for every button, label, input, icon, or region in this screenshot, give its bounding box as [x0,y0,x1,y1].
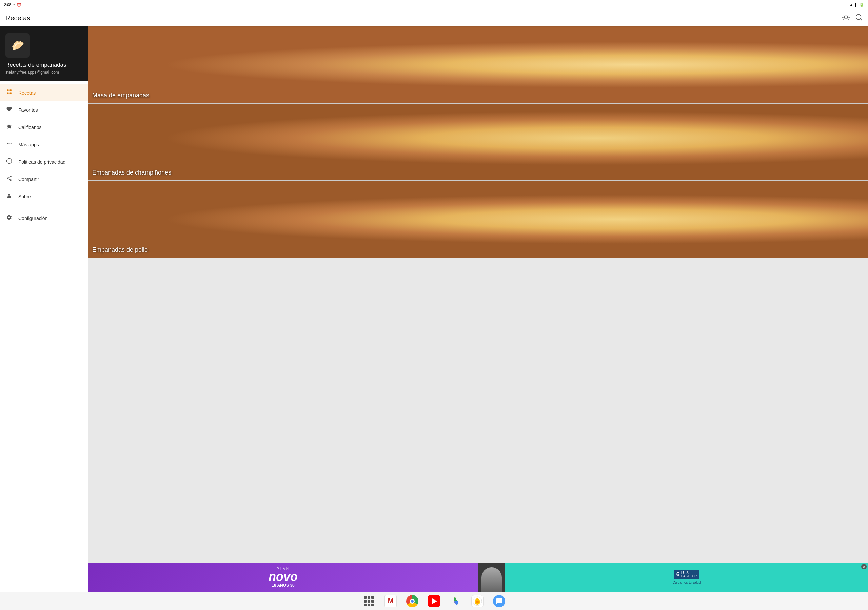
drawer-app-name: Recetas de empanadas [5,62,82,68]
nav-item-sobre[interactable]: Sobre... [0,188,88,205]
recipe-card-2[interactable]: Empanadas de champiñones [88,104,434,181]
heart-icon [5,106,13,114]
nav-item-mas-apps[interactable]: Más apps [0,136,88,153]
star-icon [5,123,13,131]
info-icon [5,158,13,166]
recipe-card-3[interactable]: Empanadas de pollo [88,181,434,258]
share-icon [5,175,13,183]
page-title: Recetas [5,14,434,22]
drawer-header: 🥟 Recetas de empanadas stefany.free.apps… [0,26,88,81]
sim-icon: ▪ [13,3,15,7]
gear-icon [5,214,13,222]
nav-label-favoritos: Favoritos [18,107,38,113]
person-icon [5,192,13,200]
time-display: 2:08 [4,3,11,7]
content-area[interactable]: Masa de empanadas Empanadas de champiñon… [88,26,434,305]
nav-item-configuracion[interactable]: Configuración [0,209,88,227]
svg-point-14 [7,178,8,179]
svg-rect-5 [7,93,8,94]
nav-item-calificanos[interactable]: Calificanos [0,119,88,136]
status-bar: 2:08 ▪ ⏰ ▲ ▌ 🔋 [0,0,434,9]
app-logo: 🥟 [5,33,30,57]
svg-point-18 [8,194,10,195]
nav-item-favoritos[interactable]: Favoritos [0,101,88,119]
nav-label-sobre: Sobre... [18,194,35,199]
svg-rect-4 [10,90,11,91]
recipe-label-1: Masa de empanadas [92,92,149,99]
nav-label-mas-apps: Más apps [18,142,39,147]
svg-point-7 [7,143,8,144]
recipe-label-3: Empanadas de pollo [92,246,148,254]
drawer-email: stefany.free.apps@gmail.com [5,70,82,74]
nav-label-recetas: Recetas [18,90,36,96]
svg-rect-6 [10,93,11,94]
nav-item-compartir[interactable]: Compartir [0,170,88,188]
svg-point-8 [9,143,10,144]
recipe-label-2: Empanadas de champiñones [92,169,171,176]
nav-item-recetas[interactable]: Recetas [0,84,88,101]
nav-item-privacidad[interactable]: Politicas de privacidad [0,153,88,170]
svg-line-16 [8,179,10,180]
svg-point-15 [10,179,11,181]
drawer-nav: Recetas Favoritos Calificanos [0,81,88,305]
svg-rect-3 [7,90,8,91]
nav-drawer: 🥟 Recetas de empanadas stefany.free.apps… [0,26,88,305]
nav-label-calificanos: Calificanos [18,125,41,130]
nav-label-configuracion: Configuración [18,215,48,221]
svg-point-9 [11,143,11,144]
nav-label-privacidad: Politicas de privacidad [18,159,65,165]
app-bar: Recetas [0,9,434,26]
svg-point-13 [10,176,11,178]
nav-divider [0,207,88,207]
grid-icon [5,89,13,97]
recipe-card-1[interactable]: Masa de empanadas [88,26,434,104]
svg-line-17 [8,177,10,178]
dots-icon [5,141,13,149]
alarm-icon: ⏰ [17,3,22,7]
main-layout: 🥟 Recetas de empanadas stefany.free.apps… [0,26,434,305]
nav-label-compartir: Compartir [18,176,39,182]
